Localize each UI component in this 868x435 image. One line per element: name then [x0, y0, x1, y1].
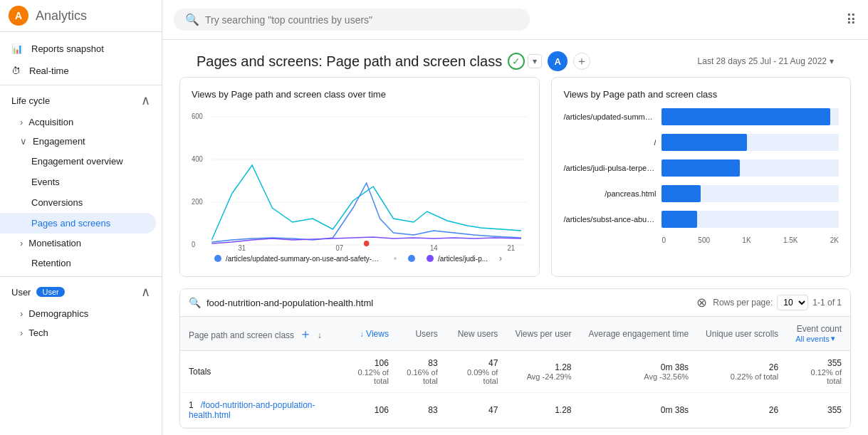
bar-track-4	[662, 185, 839, 202]
bar-track-3	[662, 159, 839, 177]
col-label-event-count: Event count	[797, 324, 842, 334]
col-label-avg-engagement: Average engagement time	[589, 329, 689, 339]
sidebar-header: A Analytics	[0, 0, 162, 32]
monetisation-section[interactable]: › Monetisation	[0, 234, 162, 253]
chevron-right-icon-2: ›	[20, 238, 23, 248]
totals-new-users: 47 0.09% of total	[446, 351, 507, 393]
search-filter-icon: 🔍	[189, 297, 201, 308]
date-range[interactable]: Last 28 days 25 Jul - 21 Aug 2022 ▾	[698, 56, 834, 66]
totals-avg-engagement: 0m 38s Avg -32.56%	[580, 351, 698, 393]
sidebar: A Analytics 📊 Reports snapshot ⏱ Real-ti…	[0, 0, 162, 435]
sidebar-item-pages-screens[interactable]: Pages and screens	[0, 213, 156, 234]
page-info: 1-1 of 1	[812, 298, 842, 308]
user-section[interactable]: User User ∧	[0, 280, 162, 304]
lifecycle-section[interactable]: Life cycle ∧	[0, 88, 162, 112]
legend-dot-2	[408, 255, 415, 262]
tech-label: › Tech	[20, 327, 48, 338]
sidebar-item-retention[interactable]: Retention	[0, 253, 156, 273]
legend-dot-3	[427, 255, 434, 262]
search-box[interactable]: 🔍	[174, 9, 530, 31]
demographics-section[interactable]: › Demographics	[0, 304, 162, 323]
legend-item-3: /articles/judi-p...	[427, 253, 488, 263]
legend-next-arrow[interactable]: ›	[499, 253, 502, 263]
col-header-new-users[interactable]: New users	[446, 317, 507, 351]
charts-row: Views by Page path and screen class over…	[179, 77, 851, 277]
filter-input-box: food-nutrition-and-population-health.htm…	[206, 298, 691, 308]
col-header-users[interactable]: Users	[397, 317, 446, 351]
bar-label-2: /	[563, 138, 656, 147]
retention-label: Retention	[31, 258, 71, 268]
sidebar-item-reports-snapshot[interactable]: 📊 Reports snapshot	[0, 38, 156, 60]
totals-views-pct: 0.12% of total	[352, 368, 389, 385]
totals-views-value: 106	[352, 358, 389, 368]
col-label-new-users: New users	[458, 329, 498, 339]
sidebar-item-events[interactable]: Events	[0, 172, 156, 192]
content-area: Pages and screens: Page path and screen …	[162, 40, 868, 435]
totals-avg-value: 0m 38s	[589, 362, 689, 372]
bar-fill-4	[662, 185, 701, 202]
title-dropdown-btn[interactable]: ▾	[528, 54, 542, 68]
bar-chart-card: Views by Page path and screen class /art…	[551, 77, 851, 277]
svg-text:14: 14	[430, 244, 438, 251]
bar-track-1	[662, 108, 839, 125]
row-1-avg-engagement: 0m 38s	[580, 393, 698, 428]
chevron-right-icon-4: ›	[20, 327, 23, 338]
col-header-page-path[interactable]: Page path and screen class ＋ ↓	[180, 317, 343, 351]
date-range-chevron: ▾	[830, 56, 834, 66]
sidebar-item-conversions[interactable]: Conversions	[0, 192, 156, 213]
bar-label-1: /articles/updated-summary-o...	[563, 112, 656, 121]
svg-text:07: 07	[336, 244, 344, 251]
legend-dot-sep	[394, 257, 397, 260]
analytics-logo: A	[9, 6, 28, 26]
all-events-link[interactable]: All events ▾	[795, 334, 842, 343]
chevron-down-icon: ∨	[20, 136, 27, 147]
row-1-views: 106	[343, 393, 397, 428]
totals-unique-scrolls: 26 0.22% of total	[697, 351, 787, 393]
totals-event-count: 355 0.12% of total	[787, 351, 850, 393]
green-check-icon[interactable]: ✓	[508, 53, 525, 70]
bar-x-axis: 0 500 1K 1.5K 2K	[563, 236, 839, 244]
totals-row: Totals 106 0.12% of total 83 0.16% of to…	[180, 351, 850, 393]
add-comparison-button[interactable]: ＋	[573, 53, 590, 70]
search-input[interactable]	[205, 14, 518, 26]
row-1-path-link[interactable]: /food-nutrition-and-population-health.ht…	[189, 400, 315, 420]
bar-track-5	[662, 211, 839, 228]
table-section: 🔍 food-nutrition-and-population-health.h…	[179, 288, 851, 429]
svg-text:600: 600	[192, 112, 203, 120]
col-header-unique-scrolls[interactable]: Unique user scrolls	[697, 317, 787, 351]
x-label-500: 500	[698, 236, 710, 244]
svg-text:200: 200	[192, 198, 203, 206]
row-1-new-users: 47	[446, 393, 507, 428]
data-table: Page path and screen class ＋ ↓ ↓ Views U…	[180, 317, 850, 428]
main-content: 🔍 ⠿ Pages and screens: Page path and scr…	[162, 0, 868, 435]
acquisition-section[interactable]: › Acquisition	[0, 112, 162, 132]
col-header-views-per-user[interactable]: Views per user	[506, 317, 580, 351]
add-column-button[interactable]: ＋	[296, 325, 315, 342]
legend-item-sep	[394, 253, 397, 263]
legend-label-3: /articles/judi-p...	[438, 255, 488, 263]
tech-section[interactable]: › Tech	[0, 323, 162, 342]
col-label-views-per-user: Views per user	[515, 329, 571, 339]
col-header-event-count[interactable]: Event count All events ▾	[787, 317, 850, 351]
line-chart-card: Views by Page path and screen class over…	[179, 77, 540, 277]
grid-icon[interactable]: ⠿	[846, 11, 857, 28]
engagement-section[interactable]: ∨ Engagement	[0, 132, 162, 151]
legend-dot-1	[214, 255, 221, 262]
bar-fill-5	[662, 211, 697, 228]
avatar: A	[548, 51, 568, 71]
all-events-text: All events	[795, 335, 830, 343]
totals-scrolls-pct: 0.22% of total	[706, 372, 778, 381]
clear-filter-button[interactable]: ⊗	[696, 295, 707, 310]
rows-per-page-select[interactable]: 10 25 50	[777, 295, 808, 310]
bar-fill-2	[662, 134, 746, 151]
col-label-page-path: Page path and screen class	[189, 330, 294, 340]
row-1-unique-scrolls: 26	[697, 393, 787, 428]
col-header-views[interactable]: ↓ Views	[343, 317, 397, 351]
legend-item-1: /articles/updated-summary-on-use-and-saf…	[214, 253, 382, 263]
sidebar-item-engagement-overview[interactable]: Engagement overview	[0, 151, 156, 172]
title-badge: ✓ ▾	[508, 53, 542, 70]
all-events-chevron: ▾	[831, 334, 835, 343]
col-header-avg-engagement[interactable]: Average engagement time	[580, 317, 698, 351]
sidebar-item-realtime[interactable]: ⏱ Real-time	[0, 60, 156, 82]
bar-row-5: /articles/subst-ance-abuse-d...	[563, 211, 839, 228]
